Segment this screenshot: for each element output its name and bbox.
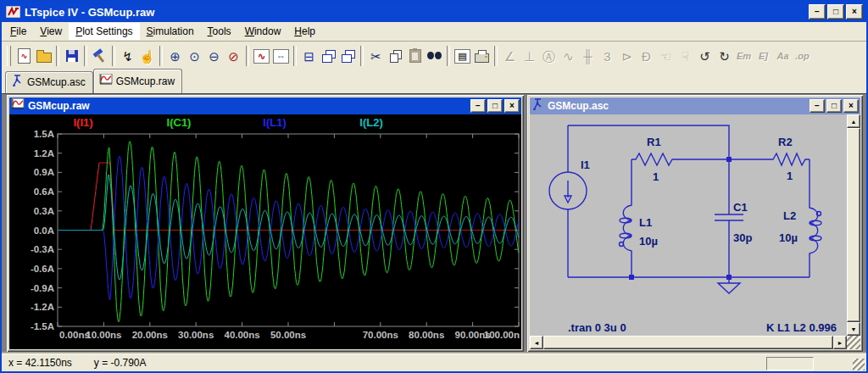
halt-hand-icon: ☝ — [139, 50, 155, 63]
rotate-e-icon: E] — [759, 52, 768, 61]
undo-icon: ↺ — [699, 50, 710, 63]
c1-value[interactable]: 30p — [733, 231, 752, 244]
horizontal-scrollbar[interactable]: ◄ ► — [530, 336, 847, 349]
menu-help[interactable]: Help — [287, 23, 322, 40]
r2-value[interactable]: 1 — [787, 170, 793, 182]
app-titlebar[interactable]: LTspice IV - GSMcup.raw −□× — [2, 2, 866, 22]
waveform-window-maximize-button[interactable]: □ — [487, 99, 503, 113]
waveform-plot[interactable]: I(I1)I(C1)I(L1)I(L2)0.00ns10.00ns20.00ns… — [9, 114, 521, 349]
waveform-window-controls: −□× — [470, 99, 520, 113]
open-button[interactable] — [34, 46, 53, 66]
menu-tools[interactable]: Tools — [201, 23, 238, 40]
l2-inductor[interactable] — [810, 159, 818, 277]
tile-windows-icon: ⊟ — [303, 50, 314, 63]
cascade-windows-button[interactable] — [319, 46, 338, 66]
r1-value[interactable]: 1 — [653, 170, 659, 183]
app-title: LTspice IV - GSMcup.raw — [25, 6, 809, 19]
app-resize-grip[interactable] — [853, 359, 865, 370]
schematic-window-maximize-button[interactable]: □ — [826, 99, 842, 113]
menu-window[interactable]: Window — [238, 23, 288, 40]
paste-icon — [409, 49, 421, 63]
waveform-window-titlebar[interactable]: GSMcup.raw −□× — [9, 97, 521, 114]
l1-value[interactable]: 10µ — [639, 235, 658, 248]
y-axis-label: -0.3A — [31, 244, 54, 254]
zoom-in-button[interactable]: ⊕ — [165, 46, 185, 66]
zoom-full-extents-button[interactable]: ⊘ — [224, 46, 243, 66]
app-close-button[interactable]: × — [846, 4, 863, 19]
zoom-back-button[interactable]: ⊙ — [185, 46, 204, 66]
legend-I(L1): I(L1) — [263, 116, 286, 129]
app-maximize-button[interactable]: □ — [827, 4, 844, 19]
l1-label[interactable]: L1 — [639, 216, 652, 229]
schematic-canvas[interactable]: I1 R1 1 R2 1 L1 10µ C1 30p L2 10µ .tran … — [530, 114, 847, 336]
x-axis-label: 80.00ns — [409, 330, 444, 340]
ground-symbol[interactable] — [718, 283, 740, 293]
coupling-directive[interactable]: K L1 L2 0.996 — [766, 321, 837, 334]
waveform-window-title: GSMcup.raw — [28, 100, 467, 112]
r1-resistor[interactable] — [632, 153, 729, 165]
tile-windows-button[interactable]: ⊟ — [299, 46, 319, 66]
c1-capacitor[interactable] — [715, 159, 743, 277]
control-panel-button[interactable] — [90, 46, 109, 66]
vertical-scroll-thumb[interactable] — [847, 128, 860, 322]
tab-gsmcup.asc[interactable]: GSMcup.asc — [5, 71, 93, 93]
menu-simulation[interactable]: Simulation — [140, 23, 201, 40]
tran-directive[interactable]: .tran 0 3u 0 — [568, 321, 626, 334]
drag-hand-icon: ☟ — [682, 50, 689, 63]
schematic-window-minimize-button[interactable]: − — [810, 99, 825, 113]
c1-label[interactable]: C1 — [733, 201, 748, 214]
tab-bar: GSMcup.ascGSMcup.raw — [2, 70, 866, 93]
scroll-right-button[interactable]: ► — [833, 336, 847, 349]
legend-I(L2): I(L2) — [359, 116, 382, 129]
vertical-scrollbar[interactable]: ▲ ▼ — [847, 114, 860, 336]
run-button[interactable]: ↯ — [118, 46, 137, 66]
waveform-plot-area[interactable]: I(I1)I(C1)I(L1)I(L2)0.00ns10.00ns20.00ns… — [9, 114, 521, 349]
scroll-up-button[interactable]: ▲ — [847, 114, 860, 128]
scroll-left-button[interactable]: ◄ — [530, 336, 543, 349]
inductor-icon: 3 — [604, 50, 610, 63]
horizontal-scroll-thumb[interactable] — [543, 336, 833, 349]
autorange-button[interactable]: ⇔ — [271, 46, 291, 66]
tab-gsmcup.raw[interactable]: GSMcup.raw — [93, 69, 182, 93]
new-schematic-button[interactable]: ∿ — [14, 46, 34, 66]
status-bar: x = 42.1150ns y = -0.790A — [2, 354, 866, 371]
waveform-window-minimize-button[interactable]: − — [470, 99, 486, 113]
print-preview-button[interactable]: ▤ — [453, 46, 472, 66]
schematic-window-titlebar[interactable]: GSMcup.asc −□× — [530, 97, 860, 114]
place-diode-button: ⊳ — [617, 46, 637, 66]
r2-label[interactable]: R2 — [778, 136, 793, 148]
r2-resistor[interactable] — [770, 153, 810, 165]
r1-label[interactable]: R1 — [647, 136, 661, 148]
redo-button[interactable]: ↻ — [715, 46, 734, 66]
schematic-window-close-button[interactable]: × — [843, 99, 859, 113]
y-axis-label: -1.2A — [31, 302, 54, 312]
hammer-icon — [92, 49, 107, 64]
l2-label[interactable]: L2 — [783, 209, 796, 222]
ground-icon: ⊥ — [524, 50, 535, 63]
save-button[interactable] — [62, 46, 81, 66]
autorange-icon: ⇔ — [273, 49, 289, 64]
app-minimize-button[interactable]: − — [809, 4, 826, 19]
x-axis-label: 30.00ns — [178, 330, 214, 340]
waveform-icon — [11, 98, 25, 114]
waveform-window-close-button[interactable]: × — [504, 99, 520, 113]
window-resize-grip[interactable] — [847, 336, 860, 349]
ltspice-logo-icon — [5, 6, 20, 19]
copy-button[interactable] — [386, 46, 405, 66]
zoom-out-button[interactable]: ⊖ — [204, 46, 224, 66]
legend-I(I1): I(I1) — [73, 116, 92, 129]
scroll-down-button[interactable]: ▼ — [847, 322, 860, 336]
schematic-window: GSMcup.asc −□× — [527, 95, 863, 352]
menu-file[interactable]: File — [3, 23, 33, 40]
new-window-button[interactable] — [338, 46, 358, 66]
find-button[interactable] — [425, 46, 444, 66]
print-button[interactable] — [472, 46, 492, 66]
cut-button[interactable]: ✂ — [366, 46, 386, 66]
tab-label: GSMcup.raw — [116, 75, 175, 87]
plot-settings-button[interactable]: ∿ — [252, 46, 271, 66]
menu-plot-settings[interactable]: Plot Settings — [69, 23, 139, 40]
i1-label[interactable]: I1 — [581, 159, 590, 171]
menu-view[interactable]: View — [33, 23, 69, 40]
undo-button[interactable]: ↺ — [695, 46, 715, 66]
l2-value[interactable]: 10µ — [779, 231, 798, 244]
